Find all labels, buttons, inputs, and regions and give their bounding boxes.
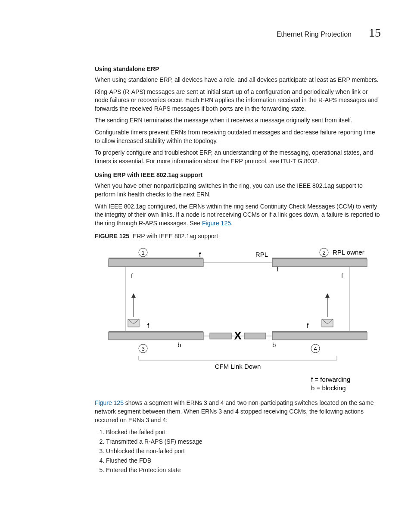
figure-link[interactable]: Figure 125 bbox=[202, 220, 231, 227]
list-item: Transmitted a R-APS (SF) message bbox=[106, 438, 381, 445]
port-state: b bbox=[177, 341, 181, 348]
port-state: f bbox=[147, 322, 149, 329]
cfm-label: CFM Link Down bbox=[215, 363, 261, 370]
svg-rect-3 bbox=[272, 258, 367, 259]
body-text-span: . bbox=[231, 220, 233, 227]
heading-ieee-support: Using ERP with IEEE 802.1ag support bbox=[95, 171, 381, 178]
node-label: 1 bbox=[141, 249, 144, 256]
svg-rect-4 bbox=[109, 332, 203, 340]
body-text: With IEEE 802.1ag configured, the ERNs w… bbox=[95, 202, 381, 228]
figure-label: FIGURE 125 bbox=[95, 233, 129, 240]
svg-rect-2 bbox=[272, 259, 367, 267]
svg-rect-7 bbox=[272, 331, 367, 332]
port-state: f bbox=[131, 272, 133, 280]
svg-rect-6 bbox=[272, 332, 367, 340]
list-item: Flushed the FDB bbox=[106, 457, 381, 464]
heading-standalone-erp: Using standalone ERP bbox=[95, 65, 381, 72]
svg-rect-1 bbox=[109, 258, 203, 259]
body-text: When you have other nonparticipating swi… bbox=[95, 182, 381, 199]
body-text: Ring-APS (R-APS) messages are sent at in… bbox=[95, 88, 381, 113]
list-item: Entered the Protection state bbox=[106, 467, 381, 473]
svg-rect-8 bbox=[210, 333, 231, 339]
break-icon: X bbox=[234, 329, 242, 342]
port-state: f bbox=[341, 272, 343, 280]
figure-caption: FIGURE 125 ERP with IEEE 802.1ag support bbox=[95, 233, 381, 240]
port-state: f bbox=[199, 251, 201, 258]
port-state: f bbox=[307, 322, 309, 329]
envelope-icon bbox=[322, 293, 333, 327]
list-item: Unblocked the non-failed port bbox=[106, 448, 381, 454]
svg-rect-0 bbox=[109, 259, 203, 267]
body-text: The sending ERN terminates the message w… bbox=[95, 116, 381, 125]
body-text: Configurable timers prevent ERNs from re… bbox=[95, 128, 381, 145]
header-title: Ethernet Ring Protection bbox=[277, 31, 352, 38]
chapter-number: 15 bbox=[369, 26, 381, 40]
body-text-span: With IEEE 802.1ag configured, the ERNs w… bbox=[95, 203, 380, 227]
body-text: When using standalone ERP, all devices h… bbox=[95, 76, 381, 84]
node-label: 4 bbox=[314, 345, 317, 352]
body-text-span: shows a segment with ERNs 3 and 4 and tw… bbox=[95, 399, 374, 423]
body-text: To properly configure and troubleshoot E… bbox=[95, 149, 381, 165]
legend-blocking: b = blocking bbox=[311, 384, 346, 392]
legend-forwarding: f = forwarding bbox=[311, 376, 350, 383]
node-label: 2 bbox=[322, 249, 325, 256]
svg-rect-5 bbox=[109, 331, 203, 332]
page-header: Ethernet Ring Protection 15 bbox=[95, 26, 381, 40]
rpl-owner-label: RPL owner bbox=[333, 249, 364, 256]
port-state: b bbox=[272, 341, 276, 348]
list-item: Blocked the failed port bbox=[106, 429, 381, 436]
node-label: 3 bbox=[141, 345, 144, 352]
figure-link[interactable]: Figure 125 bbox=[95, 399, 124, 406]
svg-rect-9 bbox=[244, 333, 266, 339]
page: Ethernet Ring Protection 15 Using standa… bbox=[0, 0, 411, 504]
body-text: Figure 125 shows a segment with ERNs 3 a… bbox=[95, 399, 381, 424]
figure-title: ERP with IEEE 802.1ag support bbox=[133, 233, 218, 240]
rpl-label: RPL bbox=[255, 251, 268, 258]
figure-diagram: X 1 2 3 4 RPL RPL owner f f f f f f b b bbox=[100, 244, 376, 395]
envelope-icon bbox=[128, 293, 139, 327]
action-list: Blocked the failed port Transmitted a R-… bbox=[95, 429, 381, 473]
